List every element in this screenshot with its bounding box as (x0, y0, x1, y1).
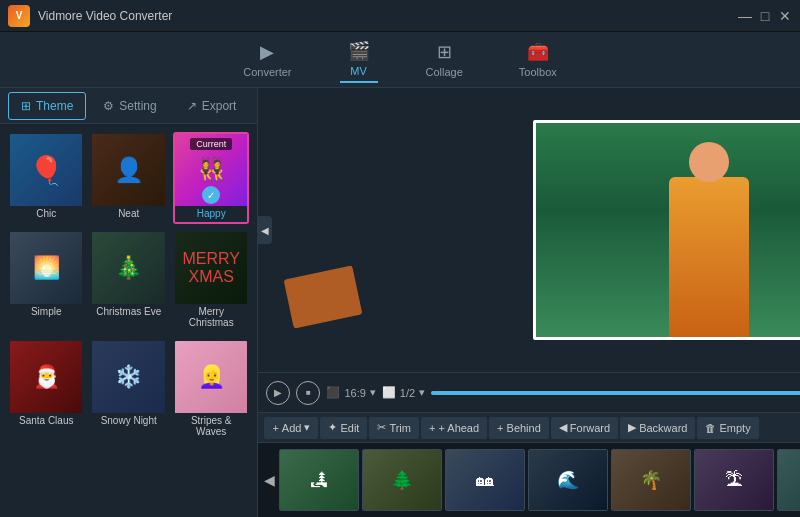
trim-icon: ✂ (377, 421, 386, 434)
ratio-value: 16:9 (344, 387, 365, 399)
pages-icon: ⬜ (382, 386, 396, 399)
theme-stripes-waves-label: Stripes & Waves (175, 413, 247, 440)
theme-merry-christmas[interactable]: MERRYXMAS Merry Christmas (173, 230, 249, 333)
timeline-clip-3[interactable]: 🏘 (445, 449, 525, 511)
forward-button[interactable]: ◀ Forward (551, 417, 618, 439)
sub-nav: ⊞ Theme ⚙ Setting ↗ Export (0, 88, 257, 124)
trim-label: Trim (389, 422, 411, 434)
setting-gear-icon: ⚙ (103, 99, 114, 113)
right-panel: ◀ ▶ ■ ⬛ 16:9 ▾ (258, 88, 800, 517)
theme-current-badge: Current (190, 138, 232, 150)
progress-bar[interactable] (431, 391, 800, 395)
title-bar: V Vidmore Video Converter — □ ✕ (0, 0, 800, 32)
nav-converter[interactable]: ▶ Converter (235, 37, 299, 82)
edit-label: Edit (340, 422, 359, 434)
nav-collage[interactable]: ⊞ Collage (418, 37, 471, 82)
stop-button[interactable]: ■ (296, 381, 320, 405)
theme-snowy-night-label: Snowy Night (92, 413, 164, 429)
converter-icon: ▶ (260, 41, 274, 63)
export-arrow-icon: ↗ (187, 99, 197, 113)
theme-chic-label: Chic (10, 206, 82, 222)
backward-label: Backward (639, 422, 687, 434)
timeline-clip-5[interactable]: 🌴 (611, 449, 691, 511)
theme-button[interactable]: ⊞ Theme (8, 92, 86, 120)
theme-stripes-waves[interactable]: 👱‍♀️ Stripes & Waves (173, 339, 249, 442)
minimize-button[interactable]: — (738, 9, 752, 23)
toolbox-icon: 🧰 (527, 41, 549, 63)
timeline-clip-1[interactable]: 🏞 (279, 449, 359, 511)
ratio-icon: ⬛ (326, 386, 340, 399)
theme-christmas-eve[interactable]: 🎄 Christmas Eve (90, 230, 166, 333)
app-logo: V (8, 5, 30, 27)
pages-select[interactable]: ⬜ 1/2 ▾ (382, 386, 425, 399)
nav-toolbox[interactable]: 🧰 Toolbox (511, 37, 565, 82)
theme-santa-claus[interactable]: 🎅 Santa Claus (8, 339, 84, 442)
nav-collage-label: Collage (426, 66, 463, 78)
forward-icon: ◀ (559, 421, 567, 434)
theme-snowy-night[interactable]: ❄️ Snowy Night (90, 339, 166, 442)
export-button-sub[interactable]: ↗ Export (174, 92, 250, 120)
theme-simple-label: Simple (10, 304, 82, 320)
app-title: Vidmore Video Converter (38, 9, 172, 23)
ahead-icon: + (429, 422, 435, 434)
empty-button[interactable]: 🗑 Empty (697, 417, 758, 439)
edit-button[interactable]: ✦ Edit (320, 417, 367, 439)
backward-button[interactable]: ▶ Backward (620, 417, 695, 439)
themes-grid: 🎈 Chic 👤 Neat 👯 Current ✓ Happy (0, 124, 257, 517)
nav-converter-label: Converter (243, 66, 291, 78)
theme-happy[interactable]: 👯 Current ✓ Happy (173, 132, 249, 224)
theme-chic[interactable]: 🎈 Chic (8, 132, 84, 224)
maximize-button[interactable]: □ (758, 9, 772, 23)
left-panel: ⊞ Theme ⚙ Setting ↗ Export 🎈 Chic (0, 88, 258, 517)
timeline-clip-2[interactable]: 🌲 (362, 449, 442, 511)
video-preview: ◀ (258, 88, 800, 372)
ahead-button[interactable]: + + Ahead (421, 417, 487, 439)
nav-mv[interactable]: 🎬 MV (340, 36, 378, 83)
preview-border (533, 120, 800, 340)
play-button[interactable]: ▶ (266, 381, 290, 405)
theme-santa-claus-label: Santa Claus (10, 413, 82, 429)
collage-icon: ⊞ (437, 41, 452, 63)
ahead-label: + Ahead (438, 422, 479, 434)
timeline-strip: ◀ 🏞 🌲 🏘 🌊 🌴 🏝 (258, 442, 800, 517)
bottom-toolbar: + Add ▾ ✦ Edit ✂ Trim + + Ahead + Behind… (258, 412, 800, 442)
theme-simple[interactable]: 🌅 Simple (8, 230, 84, 333)
add-label: Add (282, 422, 302, 434)
setting-button[interactable]: ⚙ Setting (90, 92, 169, 120)
ratio-chevron-icon: ▾ (370, 386, 376, 399)
add-button[interactable]: + Add ▾ (264, 417, 318, 439)
theme-merry-christmas-label: Merry Christmas (175, 304, 247, 331)
timeline-clip-6[interactable]: 🏝 (694, 449, 774, 511)
ratio-select[interactable]: ⬛ 16:9 ▾ (326, 386, 375, 399)
playback-bar: ▶ ■ ⬛ 16:9 ▾ ⬜ 1/2 ▾ 00:00:43.13/00:00:5… (258, 372, 800, 412)
forward-label: Forward (570, 422, 610, 434)
theme-neat[interactable]: 👤 Neat (90, 132, 166, 224)
theme-happy-label: Happy (175, 206, 247, 222)
timeline-prev-arrow[interactable]: ◀ (262, 472, 276, 488)
edit-icon: ✦ (328, 421, 337, 434)
nav-mv-label: MV (350, 65, 367, 77)
top-nav: ▶ Converter 🎬 MV ⊞ Collage 🧰 Toolbox (0, 32, 800, 88)
progress-fill (431, 391, 800, 395)
timeline-clip-4[interactable]: 🌊 (528, 449, 608, 511)
empty-label: Empty (719, 422, 750, 434)
collapse-arrow[interactable]: ◀ (258, 216, 272, 244)
main-layout: ⊞ Theme ⚙ Setting ↗ Export 🎈 Chic (0, 88, 800, 517)
mv-icon: 🎬 (348, 40, 370, 62)
behind-button[interactable]: + Behind (489, 417, 549, 439)
add-icon: + (272, 422, 278, 434)
preview-frame (533, 120, 800, 340)
backward-icon: ▶ (628, 421, 636, 434)
window-controls: — □ ✕ (738, 9, 792, 23)
trim-button[interactable]: ✂ Trim (369, 417, 419, 439)
theme-christmas-eve-label: Christmas Eve (92, 304, 164, 320)
pages-value: 1/2 (400, 387, 415, 399)
theme-grid-icon: ⊞ (21, 99, 31, 113)
behind-icon: + (497, 422, 503, 434)
behind-label: Behind (507, 422, 541, 434)
pages-chevron-icon: ▾ (419, 386, 425, 399)
close-button[interactable]: ✕ (778, 9, 792, 23)
timeline-clip-7[interactable]: 🌺 (777, 449, 800, 511)
theme-check-icon: ✓ (202, 186, 220, 204)
nav-toolbox-label: Toolbox (519, 66, 557, 78)
